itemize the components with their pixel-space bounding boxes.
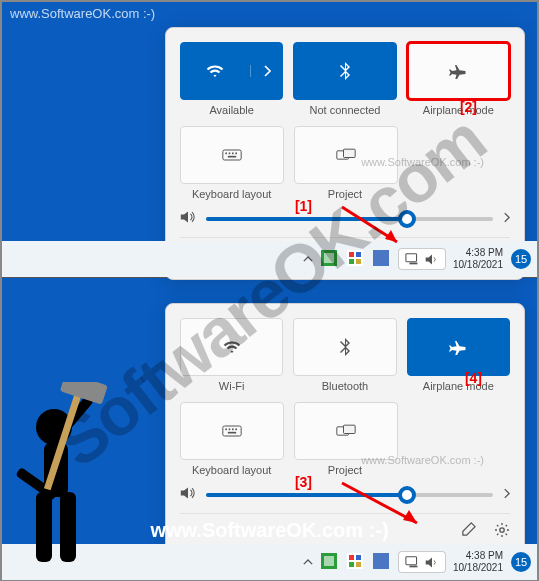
notification-badge-2[interactable]: 15 xyxy=(511,552,531,572)
svg-rect-4 xyxy=(235,153,237,155)
svg-rect-39 xyxy=(409,566,417,568)
svg-rect-35 xyxy=(349,562,354,567)
project-tile[interactable] xyxy=(294,126,398,184)
tray-app-1[interactable] xyxy=(321,250,339,268)
clock-time-2: 4:38 PM xyxy=(453,550,503,562)
svg-rect-37 xyxy=(373,553,389,569)
tray-overflow-button[interactable] xyxy=(303,253,313,265)
svg-rect-24 xyxy=(235,429,237,431)
wifi-label-2: Wi-Fi xyxy=(180,380,283,392)
svg-rect-20 xyxy=(223,426,241,436)
wifi-tile[interactable] xyxy=(180,42,283,100)
svg-rect-15 xyxy=(349,259,354,264)
svg-rect-21 xyxy=(225,429,227,431)
airplane-label-2: Airplane mode xyxy=(407,380,510,392)
tray-overflow-button-2[interactable] xyxy=(303,556,313,568)
wifi-expand-button[interactable] xyxy=(250,65,282,77)
network-icon xyxy=(405,555,421,569)
svg-rect-38 xyxy=(406,557,417,565)
annotation-arrow-1 xyxy=(337,202,417,252)
keyboard-layout-label-2: Keyboard layout xyxy=(180,464,283,476)
airplane-mode-tile-2[interactable] xyxy=(407,318,510,376)
tray-app-3b[interactable] xyxy=(373,553,391,571)
clock[interactable]: 4:38 PM 10/18/2021 xyxy=(453,247,503,271)
wifi-icon xyxy=(223,336,241,358)
svg-rect-33 xyxy=(349,555,354,560)
svg-rect-25 xyxy=(228,432,236,434)
volume-expand-button-2[interactable] xyxy=(503,487,510,502)
watermark-text: www.SoftwareOK.com :-) xyxy=(10,6,155,21)
tray-app-2[interactable] xyxy=(347,250,365,268)
notification-badge[interactable]: 15 xyxy=(511,249,531,269)
project-icon xyxy=(336,144,356,166)
svg-rect-42 xyxy=(36,492,52,562)
wifi-tile-2[interactable] xyxy=(180,318,283,376)
airplane-mode-tile[interactable] xyxy=(407,42,510,100)
svg-rect-14 xyxy=(356,252,361,257)
keyboard-icon xyxy=(222,420,242,442)
network-icon xyxy=(405,252,421,266)
svg-rect-2 xyxy=(229,153,231,155)
svg-rect-36 xyxy=(356,562,361,567)
svg-point-28 xyxy=(500,528,504,532)
network-volume-button[interactable] xyxy=(399,249,445,269)
svg-marker-29 xyxy=(403,510,417,523)
keyboard-icon xyxy=(222,144,242,166)
svg-rect-18 xyxy=(406,254,417,262)
svg-rect-0 xyxy=(223,150,241,160)
volume-icon xyxy=(180,210,196,227)
bluetooth-label-2: Bluetooth xyxy=(293,380,396,392)
keyboard-layout-tile-2[interactable] xyxy=(180,402,284,460)
bluetooth-tile-2[interactable] xyxy=(293,318,396,376)
taskbar: 4:38 PM 10/18/2021 15 xyxy=(2,241,537,277)
airplane-label: Airplane mode xyxy=(407,104,510,116)
annotation-1: [1] xyxy=(295,198,312,214)
edit-button-2[interactable] xyxy=(461,522,476,541)
network-volume-button-2[interactable] xyxy=(399,552,445,572)
svg-rect-11 xyxy=(324,253,334,263)
airplane-icon xyxy=(449,60,467,82)
keyboard-layout-tile[interactable] xyxy=(180,126,284,184)
svg-rect-16 xyxy=(356,259,361,264)
clock-2[interactable]: 4:38 PM 10/18/2021 xyxy=(453,550,503,574)
worker-illustration xyxy=(6,382,136,577)
project-icon xyxy=(336,420,356,442)
svg-rect-1 xyxy=(225,153,227,155)
annotation-3: [3] xyxy=(295,474,312,490)
bluetooth-tile[interactable] xyxy=(293,42,396,100)
tray-app-1b[interactable] xyxy=(321,553,339,571)
tray-app-3[interactable] xyxy=(373,250,391,268)
tray-app-2b[interactable] xyxy=(347,553,365,571)
bluetooth-label: Not connected xyxy=(293,104,396,116)
svg-rect-34 xyxy=(356,555,361,560)
volume-tray-icon xyxy=(425,556,439,569)
bluetooth-icon xyxy=(339,60,351,82)
svg-rect-23 xyxy=(232,429,234,431)
keyboard-layout-label: Keyboard layout xyxy=(180,188,283,200)
annotation-4: [4] xyxy=(465,370,482,386)
svg-rect-27 xyxy=(344,425,356,433)
annotation-2: [2] xyxy=(460,99,477,115)
volume-tray-icon xyxy=(425,253,439,266)
clock-time: 4:38 PM xyxy=(453,247,503,259)
svg-rect-5 xyxy=(228,156,236,158)
wifi-icon xyxy=(206,60,224,82)
svg-rect-17 xyxy=(373,250,389,266)
svg-rect-3 xyxy=(232,153,234,155)
volume-expand-button[interactable] xyxy=(503,211,510,226)
clock-date: 10/18/2021 xyxy=(453,259,503,271)
clock-date-2: 10/18/2021 xyxy=(453,562,503,574)
settings-button-2[interactable] xyxy=(494,522,510,541)
annotation-arrow-2 xyxy=(337,478,437,533)
svg-rect-13 xyxy=(349,252,354,257)
airplane-icon xyxy=(449,336,467,358)
bluetooth-icon xyxy=(339,336,351,358)
wifi-label: Available xyxy=(180,104,283,116)
svg-rect-22 xyxy=(229,429,231,431)
volume-icon-2 xyxy=(180,486,196,503)
svg-rect-7 xyxy=(344,149,356,157)
svg-rect-31 xyxy=(324,556,334,566)
project-tile-2[interactable] xyxy=(294,402,398,460)
svg-rect-19 xyxy=(409,263,417,265)
svg-rect-43 xyxy=(60,492,76,562)
